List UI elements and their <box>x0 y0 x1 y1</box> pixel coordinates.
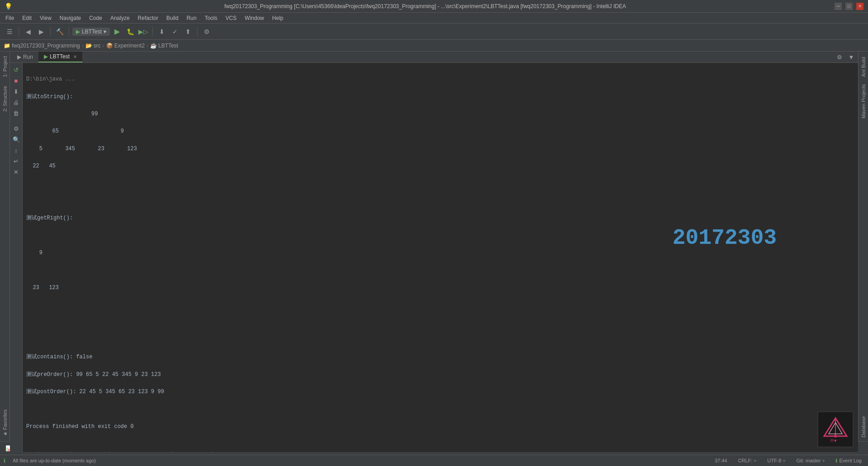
main-layout: 1: Project 2: Structure ★ Favorites ▶ Ru… <box>0 52 868 441</box>
settings-panel-btn[interactable]: ⚙ <box>835 52 844 62</box>
run-config-icon: ▶ <box>76 29 80 35</box>
divider-3 <box>69 27 69 36</box>
menu-item-build[interactable]: Build <box>163 14 182 22</box>
menu-item-view[interactable]: View <box>36 14 55 22</box>
breadcrumb-src[interactable]: 📂 src <box>85 43 101 49</box>
status-crlf[interactable]: CRLF: ÷ <box>735 457 759 464</box>
sep-2: › <box>103 43 104 49</box>
menu-item-code[interactable]: Code <box>85 14 106 22</box>
toolbar-build-btn[interactable]: 🔨 <box>54 26 66 38</box>
run-config-name: LBTTest <box>82 29 102 35</box>
menu-item-run[interactable]: Run <box>183 14 200 22</box>
debug-button[interactable]: 🐛 <box>124 26 136 38</box>
run-button[interactable]: ▶ <box>111 26 123 38</box>
toolbar-forward-btn[interactable]: ▶ <box>35 26 47 38</box>
stop-btn[interactable]: ■ <box>11 76 21 86</box>
breadcrumb-file[interactable]: ☕ LBTTest <box>150 43 178 49</box>
output-blank1 <box>26 179 854 188</box>
status-bar: ℹ All files are up-to-date (moments ago)… <box>0 455 868 466</box>
plugin-logo: 中▼ <box>817 411 854 447</box>
status-git[interactable]: Git: master ÷ <box>794 457 828 464</box>
run-tab-active-icon: ▶ <box>44 53 48 60</box>
coverage-button[interactable]: ▶▷ <box>137 26 149 38</box>
tab-lbttest[interactable]: ▶ LBTTest ✕ <box>38 52 82 62</box>
package-icon: 📦 <box>106 43 113 49</box>
status-message: All files are up-to-date (moments ago) <box>13 458 96 463</box>
svg-point-4 <box>834 435 837 437</box>
minimize-button[interactable]: ─ <box>835 3 842 10</box>
vcs-push-btn[interactable]: ⬆ <box>182 26 194 38</box>
toolbar-menu-btn[interactable]: ☰ <box>4 26 15 38</box>
scroll-end-btn[interactable]: ⬇ <box>11 86 21 96</box>
menu-item-vcs[interactable]: VCS <box>222 14 241 22</box>
collapse-panel-btn[interactable]: ▼ <box>846 52 856 62</box>
menu-item-refactor[interactable]: Refactor <box>134 14 162 22</box>
toolbar: ☰ ◀ ▶ 🔨 ▶ LBTTest ▾ ▶ 🐛 ▶▷ ⬇ ✓ ⬆ ⚙ <box>0 24 868 40</box>
title-bar: 💡 fwq20172303_Programming [C:\Users\4536… <box>0 0 868 13</box>
right-tab-database[interactable]: Database <box>859 412 868 441</box>
title-text: fwq20172303_Programming [C:\Users\45366\… <box>16 3 835 10</box>
event-log-icon: ℹ <box>4 458 5 464</box>
output-content: D:\bin\java ... 测试toString(): 99 65 9 5 … <box>10 63 858 452</box>
vcs-commit-btn[interactable]: ✓ <box>169 26 181 38</box>
sidebar-tab-project[interactable]: 1: Project <box>0 52 9 81</box>
run-config-selector[interactable]: ▶ LBTTest ▾ <box>72 28 110 36</box>
toolbar-left: ☰ ◀ ▶ 🔨 ▶ LBTTest ▾ ▶ 🐛 ▶▷ ⬇ ✓ ⬆ ⚙ <box>4 26 212 38</box>
dropdown-icon: ▾ <box>104 29 106 35</box>
sidebar-tab-structure[interactable]: 2: Structure <box>0 81 9 116</box>
output-blank4 <box>26 266 854 275</box>
output-blank5 <box>26 301 854 309</box>
run-side-toolbar: ↺ ■ ⬇ 🖨 🗑 ⚙ 🔍 ↕ ↵ ✕ <box>10 63 23 452</box>
divider-4 <box>152 27 153 36</box>
search-btn[interactable]: 🔍 <box>11 134 21 144</box>
filter-btn[interactable]: ⚙ <box>11 124 21 133</box>
close-output-btn[interactable]: ✕ <box>11 167 21 177</box>
fold-btn[interactable]: ↕ <box>11 145 21 155</box>
menu-item-help[interactable]: Help <box>269 14 287 22</box>
menu-item-navigate[interactable]: Navigate <box>56 14 85 22</box>
status-charset[interactable]: UTF-8 ÷ <box>764 457 788 464</box>
menu-item-window[interactable]: Window <box>241 14 268 22</box>
toolbar-back-btn[interactable]: ◀ <box>22 26 34 38</box>
java-icon: ☕ <box>150 43 157 49</box>
settings-btn[interactable]: ⚙ <box>201 26 212 38</box>
right-tab-maven[interactable]: Maven Projects <box>859 81 868 122</box>
close-button[interactable]: ✕ <box>856 3 863 10</box>
divider-1 <box>19 27 19 36</box>
rerun-btn[interactable]: ↺ <box>11 65 21 75</box>
soft-wrap-btn[interactable]: ↵ <box>11 156 21 166</box>
print-btn[interactable]: 🖨 <box>11 97 21 107</box>
menu-item-file[interactable]: File <box>2 14 18 22</box>
watermark-number: 20172303 <box>673 226 777 250</box>
status-right: 37:44 CRLF: ÷ UTF-8 ÷ Git: master ÷ ℹ Ev… <box>712 457 864 465</box>
close-tab-icon[interactable]: ✕ <box>73 54 77 59</box>
app-icon: 💡 <box>5 3 12 10</box>
tab-run[interactable]: ▶ Run <box>12 52 38 62</box>
divider-5 <box>197 27 198 36</box>
event-log-btn[interactable]: ℹ Event Log <box>833 457 864 465</box>
menu-item-analyze[interactable]: Analyze <box>107 14 133 22</box>
output-blank2 <box>26 197 854 205</box>
clear-btn[interactable]: 🗑 <box>11 108 21 118</box>
output-tree2-23-123: 23 123 <box>26 284 854 292</box>
output-contains: 测试contains(): false <box>26 353 854 361</box>
run-panel: ▶ Run ▶ LBTTest ✕ ⚙ ▼ ↺ ■ ⬇ 🖨 🗑 <box>10 52 858 441</box>
output-tree1-5-345-23-123: 5 345 23 123 <box>26 145 854 153</box>
right-tabs: Ant Build Maven Projects Database <box>858 52 868 441</box>
run-tabs-bar: ▶ Run ▶ LBTTest ✕ ⚙ ▼ <box>10 52 858 63</box>
breadcrumb-experiment[interactable]: 📦 Experiment2 <box>106 43 145 49</box>
vcs-update-btn[interactable]: ⬇ <box>156 26 168 38</box>
vertical-sidebar: 1: Project 2: Structure ★ Favorites <box>0 52 10 441</box>
menu-item-edit[interactable]: Edit <box>19 14 35 22</box>
sidebar-tab-favorites[interactable]: ★ Favorites <box>0 400 9 441</box>
right-tab-ant[interactable]: Ant Build <box>859 53 868 81</box>
output-blank7 <box>26 336 854 344</box>
output-tostring-label: 测试toString(): <box>26 93 854 101</box>
menu-item-tools[interactable]: Tools <box>201 14 221 22</box>
output-area: ↺ ■ ⬇ 🖨 🗑 ⚙ 🔍 ↕ ↵ ✕ D:\bin\java ... 测试to… <box>10 63 858 452</box>
status-position[interactable]: 37:44 <box>712 457 730 464</box>
breadcrumb-project[interactable]: 📁 fwq20172303_Programming <box>4 43 80 49</box>
sep-3: › <box>146 43 148 49</box>
maximize-button[interactable]: □ <box>845 3 853 10</box>
divider-2 <box>50 27 51 36</box>
